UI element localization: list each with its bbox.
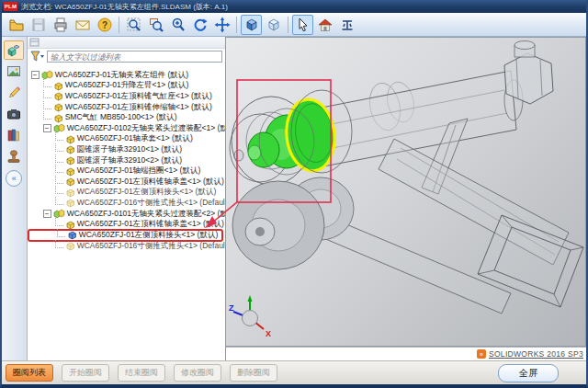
main-area: « −WCA650ZFJ-01无轴夹紧左组件 (默认)WCA650ZFJ-01升… <box>2 37 586 360</box>
print-icon[interactable] <box>50 15 71 35</box>
tree-connector <box>55 240 63 248</box>
bottom-bar: 圈阅列表开始圈阅结束圈阅修改圈阅删除圈阅 全屏 <box>2 360 586 384</box>
status-strip: » SOLIDWORKS 2016 SP3 <box>226 347 586 360</box>
part-icon <box>65 166 75 177</box>
tree-item[interactable]: SMC气缸 MB850-100<1> (默认) <box>28 112 225 123</box>
zoom-inout-icon[interactable] <box>167 15 188 35</box>
expand-toggle[interactable]: − <box>43 124 51 132</box>
camera-icon[interactable] <box>4 104 24 123</box>
part-icon <box>53 102 63 112</box>
expand-toggle[interactable]: − <box>31 71 40 79</box>
tree-item-label: WCA650ZFJ-016寸侧推式推头<1> (Default) <box>77 241 226 252</box>
pan-icon[interactable] <box>211 15 232 35</box>
viewport-column: Z X » SOLIDWORKS 2016 SP3 <box>226 37 586 360</box>
tree-connector <box>55 218 63 226</box>
solidworks-version-link[interactable]: SOLIDWORKS 2016 SP3 <box>489 349 583 359</box>
tree-connector <box>43 90 51 98</box>
tree-panel-header <box>28 37 225 49</box>
send-email-icon[interactable] <box>72 15 93 35</box>
markup-list-button[interactable]: 圈阅列表 <box>6 364 53 382</box>
tree-options-icon[interactable] <box>29 38 40 48</box>
tree-connector <box>55 197 63 205</box>
tree-item[interactable]: −WCA650ZFJ-01无轴夹紧左组件 (默认) <box>28 70 225 81</box>
measure-icon[interactable] <box>336 15 357 35</box>
tree-item-label: WCA650ZFJ-01左顶料锥轴承盖<1> (默认) <box>77 177 224 188</box>
save-icon <box>28 15 49 35</box>
part-icon <box>65 188 75 198</box>
books-icon[interactable] <box>4 125 24 144</box>
tree-item-label: WCA650ZFJ-016寸侧推式推头<1> (Default) <box>77 198 226 209</box>
model-tree-icon[interactable] <box>4 40 24 60</box>
component-tree-panel: −WCA650ZFJ-01无轴夹紧左组件 (默认)WCA650ZFJ-01升降左… <box>28 37 226 360</box>
side-toolbar: « <box>2 37 28 360</box>
tree-connector <box>55 165 63 173</box>
tree-item[interactable]: WCA650ZFJ-01升降左臂<1> (默认) <box>28 81 225 92</box>
filter-input[interactable] <box>47 51 222 63</box>
delete-markup-button: 删除圈阅 <box>230 364 277 382</box>
toolbar-separator <box>119 17 119 33</box>
tree-connector <box>43 101 51 109</box>
zoom-area-icon[interactable] <box>145 15 166 35</box>
svg-text:?: ? <box>101 19 107 29</box>
collapse-panel-icon[interactable]: « <box>6 170 22 187</box>
3d-viewport[interactable]: Z X <box>226 37 586 347</box>
part-icon-selected <box>67 230 77 240</box>
image-icon[interactable] <box>4 62 24 81</box>
filter-funnel-icon[interactable] <box>30 51 45 63</box>
tree-item-label: WCA650ZFJ-01升降左臂<1> (默认) <box>65 80 189 91</box>
toolbar-separator <box>236 17 237 33</box>
tree-connector <box>55 143 63 152</box>
part-icon <box>65 241 75 251</box>
tree-connector <box>55 154 63 163</box>
select-arrow-icon[interactable] <box>292 15 313 35</box>
part-icon <box>53 113 63 123</box>
rotate-icon[interactable] <box>189 15 210 35</box>
solidworks-logo-icon: » <box>477 349 486 359</box>
part-icon <box>65 220 75 230</box>
triad-x-label: X <box>266 329 271 338</box>
tree-item-label: WCA650ZFJ-01左顶料锥气缸座<1> (默认) <box>65 91 212 102</box>
tree-connector <box>55 132 63 141</box>
tree-connector <box>55 176 63 184</box>
tree-item-label: WCA650ZFJ-0101无轴夹紧头过渡装配<2> (默认) <box>67 209 226 220</box>
part-icon <box>65 198 75 208</box>
part-icon <box>53 81 63 91</box>
cad-model: Z X <box>226 38 585 347</box>
part-icon <box>65 134 75 144</box>
tree-item[interactable]: WCA650ZFJ-016寸侧推式推头<1> (Default) <box>28 198 225 209</box>
triad-z-label: Z <box>229 303 234 313</box>
component-tree: −WCA650ZFJ-01无轴夹紧左组件 (默认)WCA650ZFJ-01升降左… <box>28 64 225 252</box>
tree-item[interactable]: WCA650ZFJ-01左顶料锥伸缩轴<1> (默认) <box>28 102 225 113</box>
tree-item-label: WCA650ZFJ-01左侧顶料接头<1> (默认) <box>79 230 219 241</box>
toolbar-separator <box>288 17 288 33</box>
open-icon[interactable] <box>6 15 27 35</box>
tree-item-label: WCA650ZFJ-01无轴夹紧左组件 (默认) <box>55 70 188 81</box>
tree-item-label: 圆锥滚子轴承32910<1> (默认) <box>77 144 182 155</box>
zoom-fit-icon[interactable] <box>123 15 144 35</box>
tree-item-label: WCA650ZFJ-01左顶料锥伸缩轴<1> (默认) <box>65 102 212 113</box>
main-toolbar: ? <box>2 13 586 37</box>
tree-item-label: WCA650ZFJ-01轴端挡圈<1> (默认) <box>77 165 201 177</box>
tree-item[interactable]: WCA650ZFJ-01左顶料锥气缸座<1> (默认) <box>28 91 225 102</box>
modify-markup-button: 修改圈阅 <box>174 364 221 382</box>
end-markup-button: 结束圈阅 <box>118 364 165 382</box>
help-icon[interactable]: ? <box>94 15 115 35</box>
filter-row <box>28 49 225 64</box>
pencil-icon[interactable] <box>4 83 24 102</box>
wireframe-view-icon[interactable] <box>263 15 284 35</box>
title-bar: PLM 浏览文档: WCA650ZFJ-01无轴夹紧左组件.SLDASM (版本… <box>2 0 586 13</box>
tree-item[interactable]: WCA650ZFJ-016寸侧推式推头<1> (Default) <box>28 241 225 252</box>
application-window: PLM 浏览文档: WCA650ZFJ-01无轴夹紧左组件.SLDASM (版本… <box>0 0 588 388</box>
tree-item-label: WCA650ZFJ-0102无轴夹紧头过渡装配<1> (默认) <box>67 123 226 134</box>
window-title: 浏览文档: WCA650ZFJ-01无轴夹紧左组件.SLDASM (版本: A.… <box>21 2 228 12</box>
fullscreen-button[interactable]: 全屏 <box>498 364 559 382</box>
tree-item-label: WCA650ZFJ-01左顶料锥轴承盖<1> (默认) <box>77 219 224 230</box>
stamp-icon[interactable] <box>4 146 24 165</box>
expand-toggle[interactable]: − <box>43 210 51 218</box>
home-view-icon[interactable] <box>314 15 335 35</box>
part-icon <box>65 144 75 154</box>
tree-item-label: WCA650ZFJ-01左侧顶料接头<1> (默认) <box>77 187 217 198</box>
part-icon <box>53 91 63 101</box>
part-icon <box>65 177 75 187</box>
shaded-view-icon[interactable] <box>241 15 262 35</box>
